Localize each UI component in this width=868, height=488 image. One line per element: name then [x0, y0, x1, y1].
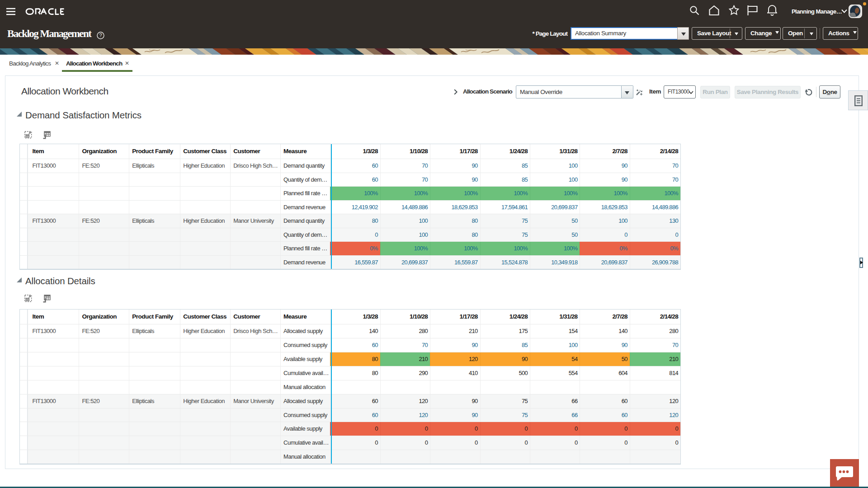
svg-text:?: ? — [99, 33, 102, 38]
